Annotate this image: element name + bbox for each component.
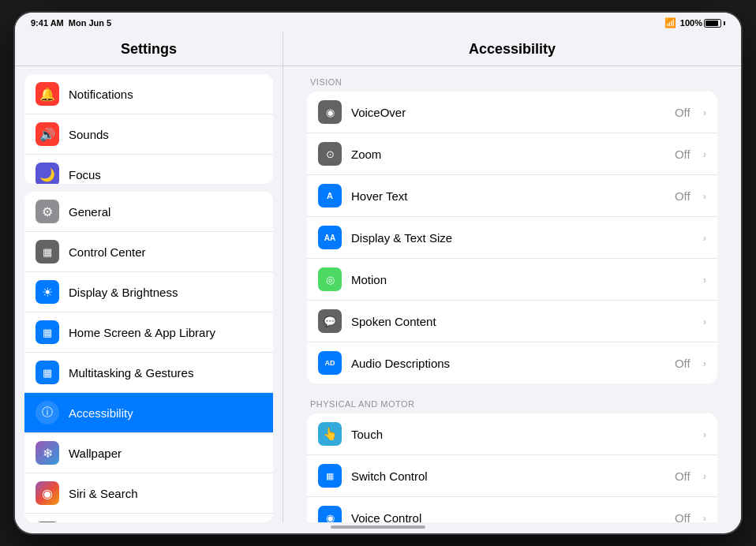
voicectrl-label: Voice Control	[351, 511, 665, 523]
ipad-frame: 9:41 AM Mon Jun 5 📶 100% Settings 🔔 Noti…	[15, 13, 741, 533]
sidebar-item-multitasking[interactable]: ▦ Multitasking & Gestures	[24, 353, 273, 393]
battery-indicator: 100%	[680, 18, 725, 28]
row-voicectrl[interactable]: ◉ Voice Control Off ›	[307, 497, 717, 522]
panel-title: Accessibility	[283, 32, 741, 66]
sidebar-item-homescreen[interactable]: ▦ Home Screen & App Library	[24, 312, 273, 353]
voiceover-label: VoiceOver	[351, 106, 665, 119]
zoom-value: Off	[675, 148, 691, 161]
battery-tip	[724, 21, 725, 25]
audiodesc-icon: AD	[318, 351, 342, 375]
sidebar-section-1: 🔔 Notifications 🔊 Sounds 🌙 Focus ⏳ Scree…	[24, 74, 273, 184]
battery-percentage: 100%	[680, 18, 702, 28]
sidebar-item-display[interactable]: ☀ Display & Brightness	[24, 272, 273, 312]
row-motion[interactable]: ◎ Motion ›	[307, 259, 717, 301]
row-zoom[interactable]: ⊙ Zoom Off ›	[307, 133, 717, 175]
multitasking-label: Multitasking & Gestures	[69, 366, 193, 380]
row-touch[interactable]: 👆 Touch ›	[307, 413, 717, 455]
sidebar-item-sounds[interactable]: 🔊 Sounds	[24, 114, 273, 155]
wifi-icon: 📶	[664, 17, 676, 28]
controlcenter-icon: ▦	[36, 240, 59, 264]
sidebar-item-focus[interactable]: 🌙 Focus	[24, 155, 273, 184]
status-bar: 9:41 AM Mon Jun 5 📶 100%	[15, 13, 741, 32]
homescreen-icon: ▦	[36, 320, 59, 344]
audiodesc-label: Audio Descriptions	[351, 357, 665, 370]
sounds-label: Sounds	[69, 128, 109, 141]
hovertext-value: Off	[675, 189, 691, 203]
touch-label: Touch	[351, 428, 681, 441]
voiceover-value: Off	[675, 106, 691, 119]
multitasking-icon: ▦	[36, 361, 59, 384]
status-left: 9:41 AM Mon Jun 5	[31, 18, 111, 28]
row-switchctrl[interactable]: ▦ Switch Control Off ›	[307, 455, 717, 497]
sidebar-item-general[interactable]: ⚙ General	[24, 192, 273, 232]
main-content: Settings 🔔 Notifications 🔊 Sounds 🌙 Focu…	[15, 32, 741, 522]
sidebar-item-pencil[interactable]: ✏ Apple Pencil	[24, 514, 273, 522]
switchctrl-label: Switch Control	[351, 469, 665, 483]
physical-group: 👆 Touch › ▦ Switch Control Off › ◉ Voice…	[307, 413, 717, 522]
zoom-chevron: ›	[703, 148, 706, 160]
hovertext-chevron: ›	[703, 190, 706, 202]
sidebar-title: Settings	[15, 32, 283, 66]
sidebar: Settings 🔔 Notifications 🔊 Sounds 🌙 Focu…	[15, 32, 283, 522]
right-panel: Accessibility VISION ◉ VoiceOver Off › ⊙…	[283, 32, 741, 522]
sidebar-section-2: ⚙ General ▦ Control Center ☀ Display & B…	[24, 192, 273, 522]
row-hovertext[interactable]: A Hover Text Off ›	[307, 175, 717, 217]
wallpaper-icon: ❄	[36, 441, 59, 465]
displaytext-chevron: ›	[703, 232, 706, 244]
switchctrl-value: Off	[675, 469, 691, 483]
battery-fill	[705, 21, 718, 26]
voicectrl-value: Off	[675, 511, 691, 523]
row-displaytext[interactable]: AA Display & Text Size ›	[307, 217, 717, 259]
voicectrl-icon: ◉	[318, 506, 342, 522]
notifications-icon: 🔔	[36, 82, 59, 106]
sidebar-item-accessibility[interactable]: ⓘ Accessibility	[24, 393, 273, 433]
motion-label: Motion	[351, 273, 681, 286]
spoken-label: Spoken Content	[351, 315, 681, 328]
notifications-label: Notifications	[69, 88, 133, 101]
spoken-icon: 💬	[318, 309, 342, 333]
sidebar-item-notifications[interactable]: 🔔 Notifications	[24, 74, 273, 114]
motion-icon: ◎	[318, 267, 342, 291]
status-date: Mon Jun 5	[69, 18, 111, 28]
voicectrl-chevron: ›	[703, 512, 706, 523]
siri-label: Siri & Search	[69, 487, 138, 500]
sidebar-item-wallpaper[interactable]: ❄ Wallpaper	[24, 433, 273, 473]
wallpaper-label: Wallpaper	[69, 447, 122, 460]
physical-section-label: PHYSICAL AND MOTOR	[307, 399, 717, 409]
controlcenter-label: Control Center	[69, 245, 146, 259]
focus-label: Focus	[69, 168, 101, 181]
accessibility-icon: ⓘ	[36, 401, 59, 424]
touch-chevron: ›	[703, 428, 706, 440]
status-right: 📶 100%	[664, 17, 725, 28]
home-indicator	[331, 525, 425, 529]
zoom-label: Zoom	[351, 148, 665, 161]
sidebar-item-siri[interactable]: ◉ Siri & Search	[24, 473, 273, 514]
audiodesc-value: Off	[675, 357, 691, 370]
voiceover-chevron: ›	[703, 107, 706, 118]
spoken-chevron: ›	[703, 316, 706, 327]
general-icon: ⚙	[36, 200, 59, 223]
row-audiodesc[interactable]: AD Audio Descriptions Off ›	[307, 342, 717, 383]
row-voiceover[interactable]: ◉ VoiceOver Off ›	[307, 92, 717, 133]
pencil-icon: ✏	[36, 522, 59, 522]
audiodesc-chevron: ›	[703, 357, 706, 369]
motion-chevron: ›	[703, 274, 706, 286]
accessibility-label: Accessibility	[69, 406, 133, 420]
sounds-icon: 🔊	[36, 122, 59, 146]
vision-section-label: VISION	[307, 77, 717, 87]
battery-body	[704, 19, 721, 28]
display-icon: ☀	[36, 280, 59, 304]
row-spoken[interactable]: 💬 Spoken Content ›	[307, 301, 717, 342]
general-label: General	[69, 205, 110, 219]
zoom-icon: ⊙	[318, 142, 342, 166]
vision-group: ◉ VoiceOver Off › ⊙ Zoom Off › A Hover T…	[307, 92, 717, 383]
displaytext-label: Display & Text Size	[351, 231, 681, 245]
hovertext-label: Hover Text	[351, 189, 665, 203]
homescreen-label: Home Screen & App Library	[69, 326, 215, 339]
focus-icon: 🌙	[36, 163, 59, 184]
display-label: Display & Brightness	[69, 286, 178, 299]
displaytext-icon: AA	[318, 226, 342, 249]
switchctrl-icon: ▦	[318, 464, 342, 488]
sidebar-item-controlcenter[interactable]: ▦ Control Center	[24, 232, 273, 272]
touch-icon: 👆	[318, 422, 342, 446]
